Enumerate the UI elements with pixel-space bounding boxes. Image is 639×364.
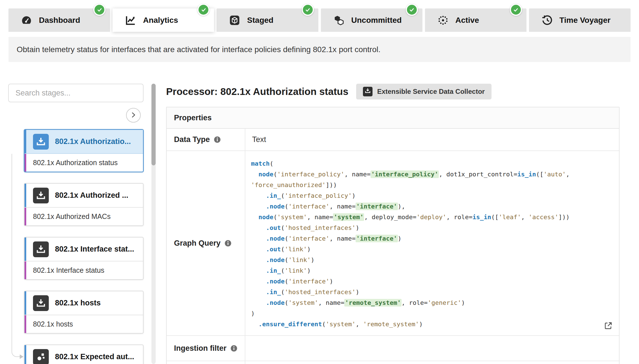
tab-active[interactable]: Active <box>425 8 526 32</box>
uncommitted-icon <box>333 15 345 26</box>
info-icon[interactable] <box>224 239 232 247</box>
property-row-data-type: Data Type Text <box>167 129 619 151</box>
sidebar-scrollbar[interactable] <box>151 84 156 364</box>
sidebar-toolbar <box>8 108 141 123</box>
stage-output-label: 802.1x Authorization status <box>33 159 118 167</box>
stage-title: 802.1x Authorized ... <box>55 191 128 200</box>
tab-label: Active <box>455 16 479 25</box>
processor-header: Processor: 802.1x Authorization status E… <box>166 84 620 99</box>
collector-type-label: Extensible Service Data Collector <box>377 88 485 96</box>
content-area: 802.1x Authorizatio...802.1x Authorizati… <box>0 62 639 364</box>
staged-icon <box>229 15 240 26</box>
tab-label: Time Voyager <box>559 16 611 25</box>
chevron-right-icon <box>129 111 137 120</box>
graph-query-value: match( node('interface_policy', name='in… <box>245 151 619 335</box>
code-line: node('interface_policy', name='interface… <box>251 169 612 180</box>
collapse-sidebar-button[interactable] <box>126 108 141 123</box>
stage-card[interactable]: 802.1x hosts802.1x hosts <box>24 291 144 334</box>
stage-output-row[interactable]: 802.1x Authorized MACs <box>25 208 143 225</box>
code-line: ) <box>251 308 612 319</box>
graph-query-label: Graph Query <box>167 151 245 335</box>
dashboard-icon <box>21 15 32 26</box>
stage-processor-row[interactable]: 802.1x Expected aut... <box>25 345 143 364</box>
tab-analytics[interactable]: Analytics <box>113 8 214 32</box>
status-check-badge <box>197 4 210 16</box>
process-icon <box>33 349 49 364</box>
stage-output-row[interactable]: 802.1x Authorization status <box>25 154 143 172</box>
stage-title: 802.1x Expected aut... <box>55 352 134 361</box>
tab-dashboard[interactable]: Dashboard <box>8 8 110 32</box>
properties-panel-title: Properties <box>167 107 619 129</box>
tab-time-voyager[interactable]: Time Voyager <box>529 8 631 32</box>
collector-icon <box>33 134 49 150</box>
collector-icon <box>363 87 373 96</box>
stage-processor-row[interactable]: 802.1x Authorizatio... <box>25 130 143 154</box>
collector-icon <box>33 295 49 311</box>
probe-description-text: Obtain telemetry status for interfaces t… <box>17 45 380 54</box>
analytics-icon <box>125 15 136 26</box>
stage-title: 802.1x Authorizatio... <box>55 137 131 146</box>
stage-output-row[interactable]: 802.1x Interface status <box>25 261 143 279</box>
status-check-badge <box>93 4 105 16</box>
code-line: .in_('interface_policy') <box>251 190 612 201</box>
collector-icon <box>33 188 49 203</box>
info-icon[interactable] <box>213 136 221 143</box>
code-line: .ensure_different('system', 'remote_syst… <box>251 319 612 330</box>
code-line: .out('hosted_interfaces') <box>251 223 612 233</box>
tab-label: Dashboard <box>39 16 80 25</box>
stage-card[interactable]: 802.1x Expected aut... <box>24 345 144 364</box>
graph-query-code: match( node('interface_policy', name='in… <box>251 158 612 330</box>
code-line: match( <box>251 158 612 169</box>
stage-title: 802.1x Interface stat... <box>55 245 134 254</box>
stage-output-label: 802.1x hosts <box>33 320 73 328</box>
property-row-partial <box>167 361 619 364</box>
stage-output-row[interactable]: 802.1x hosts <box>25 315 143 333</box>
stage-processor-row[interactable]: 802.1x Interface stat... <box>25 238 143 261</box>
code-line: .node('link') <box>251 255 612 265</box>
stage-processor-row[interactable]: 802.1x hosts <box>25 291 143 315</box>
data-type-value: Text <box>245 129 619 150</box>
connector-arrow-icon <box>20 354 23 359</box>
stages-sidebar: 802.1x Authorizatio...802.1x Authorizati… <box>8 84 144 364</box>
data-type-label: Data Type <box>167 129 245 150</box>
stage-card[interactable]: 802.1x Authorizatio...802.1x Authorizati… <box>24 129 144 172</box>
code-line: .in_('link') <box>251 265 612 276</box>
property-row-graph-query: Graph Query match( node('interface_polic… <box>167 151 619 336</box>
info-icon[interactable] <box>230 345 238 352</box>
stage-output-label: 802.1x Interface status <box>33 266 104 274</box>
code-line: 'force_unauthorized'])) <box>251 180 612 190</box>
code-line: .in_('hosted_interfaces') <box>251 287 612 298</box>
status-check-badge <box>302 4 314 16</box>
status-check-badge <box>510 4 522 16</box>
ingestion-filter-value <box>245 336 619 361</box>
code-line: node('system', name='system', deploy_mod… <box>251 212 612 223</box>
tab-staged[interactable]: Staged <box>217 8 318 32</box>
processor-detail-panel: Processor: 802.1x Authorization status E… <box>166 84 620 364</box>
active-icon <box>437 15 449 26</box>
stage-list: 802.1x Authorizatio...802.1x Authorizati… <box>24 129 144 364</box>
tab-label: Uncommitted <box>351 16 402 25</box>
code-line: .node('interface') <box>251 276 612 287</box>
ingestion-filter-label: Ingestion filter <box>167 336 245 361</box>
expand-query-icon[interactable] <box>604 321 613 330</box>
time-voyager-icon <box>541 15 553 26</box>
tab-uncommitted[interactable]: Uncommitted <box>321 8 422 32</box>
properties-panel: Properties Data Type Text Graph Query ma… <box>166 107 620 364</box>
stage-card[interactable]: 802.1x Authorized ...802.1x Authorized M… <box>24 183 144 226</box>
code-line: .out('link') <box>251 244 612 255</box>
stage-card[interactable]: 802.1x Interface stat...802.1x Interface… <box>24 237 144 280</box>
collector-icon <box>33 241 49 257</box>
stage-processor-row[interactable]: 802.1x Authorized ... <box>25 184 143 208</box>
processor-title: Processor: 802.1x Authorization status <box>166 86 348 97</box>
property-row-ingestion-filter: Ingestion filter <box>167 336 619 361</box>
stage-title: 802.1x hosts <box>55 299 101 307</box>
code-line: .node('system', name='remote_system', ro… <box>251 298 612 308</box>
scrollbar-thumb[interactable] <box>151 84 156 165</box>
collector-type-badge[interactable]: Extensible Service Data Collector <box>356 84 492 99</box>
code-line: .node('interface', name='interface') <box>251 233 612 244</box>
code-line: .node('interface', name='interface'), <box>251 201 612 212</box>
tab-label: Analytics <box>143 16 178 25</box>
search-stages-input[interactable] <box>8 84 144 102</box>
tab-label: Staged <box>247 16 273 25</box>
stage-connector-line <box>12 154 22 357</box>
